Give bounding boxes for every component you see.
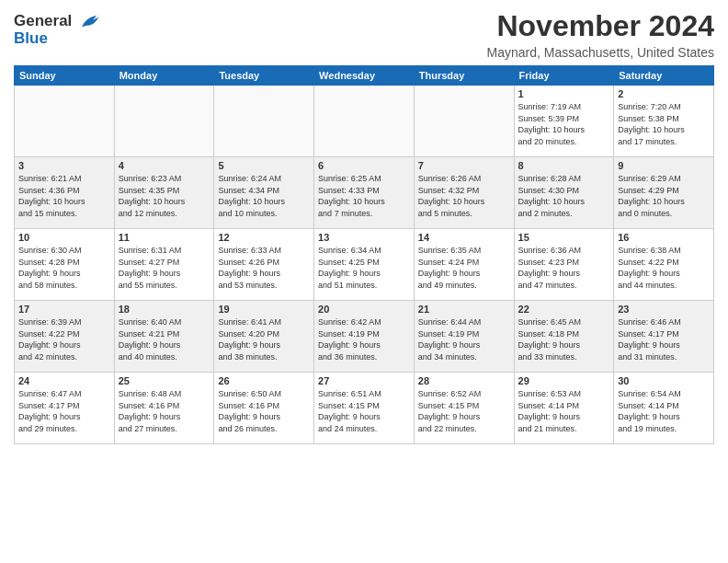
day-number: 25 [119, 375, 210, 386]
day-info: Sunrise: 6:34 AM Sunset: 4:25 PM Dayligh… [318, 245, 410, 291]
calendar-row-3: 17Sunrise: 6:39 AM Sunset: 4:22 PM Dayli… [15, 301, 714, 373]
day-number: 2 [618, 88, 710, 99]
cell-0-0 [15, 86, 115, 157]
day-number: 8 [518, 160, 610, 171]
logo-content: General Blue [14, 13, 100, 48]
cell-3-2: 19Sunrise: 6:41 AM Sunset: 4:20 PM Dayli… [214, 301, 314, 373]
day-number: 26 [218, 375, 310, 386]
day-number: 13 [318, 232, 410, 243]
header: General Blue November 2024 Maynard, Mass… [14, 9, 714, 60]
day-info: Sunrise: 6:29 AM Sunset: 4:29 PM Dayligh… [618, 173, 710, 219]
cell-2-1: 11Sunrise: 6:31 AM Sunset: 4:27 PM Dayli… [114, 229, 214, 301]
day-info: Sunrise: 6:33 AM Sunset: 4:26 PM Dayligh… [218, 245, 310, 291]
cell-0-1 [114, 86, 214, 157]
cell-3-1: 18Sunrise: 6:40 AM Sunset: 4:21 PM Dayli… [114, 301, 214, 373]
day-number: 11 [119, 232, 210, 243]
cell-2-3: 13Sunrise: 6:34 AM Sunset: 4:25 PM Dayli… [314, 229, 415, 301]
day-number: 20 [318, 304, 410, 315]
day-info: Sunrise: 6:39 AM Sunset: 4:22 PM Dayligh… [18, 316, 110, 362]
day-number: 19 [218, 304, 310, 315]
cell-4-2: 26Sunrise: 6:50 AM Sunset: 4:16 PM Dayli… [214, 373, 314, 444]
cell-1-3: 6Sunrise: 6:25 AM Sunset: 4:33 PM Daylig… [314, 157, 415, 229]
calendar-row-1: 3Sunrise: 6:21 AM Sunset: 4:36 PM Daylig… [15, 157, 714, 229]
cell-1-2: 5Sunrise: 6:24 AM Sunset: 4:34 PM Daylig… [214, 157, 314, 229]
day-info: Sunrise: 7:19 AM Sunset: 5:39 PM Dayligh… [518, 101, 610, 147]
cell-2-6: 16Sunrise: 6:38 AM Sunset: 4:22 PM Dayli… [614, 229, 714, 301]
day-number: 4 [119, 160, 210, 171]
logo-bird-icon [78, 13, 100, 31]
logo: General Blue [14, 13, 100, 48]
day-number: 17 [18, 304, 110, 315]
day-number: 7 [418, 160, 510, 171]
day-number: 5 [218, 160, 310, 171]
col-thursday: Thursday [414, 66, 514, 86]
cell-1-1: 4Sunrise: 6:23 AM Sunset: 4:35 PM Daylig… [114, 157, 214, 229]
day-number: 18 [119, 304, 210, 315]
day-info: Sunrise: 6:31 AM Sunset: 4:27 PM Dayligh… [119, 245, 210, 291]
day-info: Sunrise: 6:42 AM Sunset: 4:19 PM Dayligh… [318, 316, 410, 362]
day-number: 24 [18, 375, 110, 386]
cell-3-6: 23Sunrise: 6:46 AM Sunset: 4:17 PM Dayli… [614, 301, 714, 373]
cell-1-0: 3Sunrise: 6:21 AM Sunset: 4:36 PM Daylig… [15, 157, 115, 229]
cell-4-3: 27Sunrise: 6:51 AM Sunset: 4:15 PM Dayli… [314, 373, 415, 444]
day-info: Sunrise: 6:46 AM Sunset: 4:17 PM Dayligh… [618, 316, 710, 362]
day-number: 16 [618, 232, 710, 243]
day-number: 21 [418, 304, 510, 315]
cell-4-6: 30Sunrise: 6:54 AM Sunset: 4:14 PM Dayli… [614, 373, 714, 444]
cell-4-1: 25Sunrise: 6:48 AM Sunset: 4:16 PM Dayli… [114, 373, 214, 444]
day-info: Sunrise: 6:21 AM Sunset: 4:36 PM Dayligh… [18, 173, 110, 219]
header-row: Sunday Monday Tuesday Wednesday Thursday… [15, 66, 714, 86]
day-info: Sunrise: 6:45 AM Sunset: 4:18 PM Dayligh… [518, 316, 610, 362]
cell-4-4: 28Sunrise: 6:52 AM Sunset: 4:15 PM Dayli… [414, 373, 514, 444]
day-info: Sunrise: 6:54 AM Sunset: 4:14 PM Dayligh… [618, 388, 710, 434]
day-info: Sunrise: 6:44 AM Sunset: 4:19 PM Dayligh… [418, 316, 510, 362]
cell-2-5: 15Sunrise: 6:36 AM Sunset: 4:23 PM Dayli… [514, 229, 614, 301]
day-info: Sunrise: 6:48 AM Sunset: 4:16 PM Dayligh… [119, 388, 210, 434]
cell-4-0: 24Sunrise: 6:47 AM Sunset: 4:17 PM Dayli… [15, 373, 115, 444]
month-title: November 2024 [487, 9, 714, 43]
cell-3-3: 20Sunrise: 6:42 AM Sunset: 4:19 PM Dayli… [314, 301, 415, 373]
cell-1-5: 8Sunrise: 6:28 AM Sunset: 4:30 PM Daylig… [514, 157, 614, 229]
logo-line2: Blue [14, 29, 100, 48]
day-number: 3 [18, 160, 110, 171]
col-friday: Friday [514, 66, 614, 86]
col-sunday: Sunday [15, 66, 115, 86]
cell-0-3 [314, 86, 415, 157]
cell-1-4: 7Sunrise: 6:26 AM Sunset: 4:32 PM Daylig… [414, 157, 514, 229]
cell-2-4: 14Sunrise: 6:35 AM Sunset: 4:24 PM Dayli… [414, 229, 514, 301]
day-info: Sunrise: 6:36 AM Sunset: 4:23 PM Dayligh… [518, 245, 610, 291]
calendar-table: Sunday Monday Tuesday Wednesday Thursday… [14, 65, 714, 444]
day-info: Sunrise: 6:53 AM Sunset: 4:14 PM Dayligh… [518, 388, 610, 434]
day-number: 10 [18, 232, 110, 243]
day-info: Sunrise: 6:51 AM Sunset: 4:15 PM Dayligh… [318, 388, 410, 434]
day-number: 22 [518, 304, 610, 315]
day-number: 1 [518, 88, 610, 99]
cell-0-5: 1Sunrise: 7:19 AM Sunset: 5:39 PM Daylig… [514, 86, 614, 157]
cell-0-6: 2Sunrise: 7:20 AM Sunset: 5:38 PM Daylig… [614, 86, 714, 157]
day-number: 15 [518, 232, 610, 243]
day-number: 30 [618, 375, 710, 386]
day-info: Sunrise: 7:20 AM Sunset: 5:38 PM Dayligh… [618, 101, 710, 147]
col-wednesday: Wednesday [314, 66, 415, 86]
day-number: 23 [618, 304, 710, 315]
day-info: Sunrise: 6:35 AM Sunset: 4:24 PM Dayligh… [418, 245, 510, 291]
day-number: 29 [518, 375, 610, 386]
day-info: Sunrise: 6:41 AM Sunset: 4:20 PM Dayligh… [218, 316, 310, 362]
day-info: Sunrise: 6:40 AM Sunset: 4:21 PM Dayligh… [119, 316, 210, 362]
calendar-row-2: 10Sunrise: 6:30 AM Sunset: 4:28 PM Dayli… [15, 229, 714, 301]
day-info: Sunrise: 6:38 AM Sunset: 4:22 PM Dayligh… [618, 245, 710, 291]
day-number: 27 [318, 375, 410, 386]
day-number: 14 [418, 232, 510, 243]
day-info: Sunrise: 6:30 AM Sunset: 4:28 PM Dayligh… [18, 245, 110, 291]
cell-3-4: 21Sunrise: 6:44 AM Sunset: 4:19 PM Dayli… [414, 301, 514, 373]
day-info: Sunrise: 6:23 AM Sunset: 4:35 PM Dayligh… [119, 173, 210, 219]
cell-0-2 [214, 86, 314, 157]
cell-4-5: 29Sunrise: 6:53 AM Sunset: 4:14 PM Dayli… [514, 373, 614, 444]
cell-2-2: 12Sunrise: 6:33 AM Sunset: 4:26 PM Dayli… [214, 229, 314, 301]
cell-3-0: 17Sunrise: 6:39 AM Sunset: 4:22 PM Dayli… [15, 301, 115, 373]
day-number: 28 [418, 375, 510, 386]
day-info: Sunrise: 6:50 AM Sunset: 4:16 PM Dayligh… [218, 388, 310, 434]
day-info: Sunrise: 6:25 AM Sunset: 4:33 PM Dayligh… [318, 173, 410, 219]
cell-2-0: 10Sunrise: 6:30 AM Sunset: 4:28 PM Dayli… [15, 229, 115, 301]
day-info: Sunrise: 6:52 AM Sunset: 4:15 PM Dayligh… [418, 388, 510, 434]
